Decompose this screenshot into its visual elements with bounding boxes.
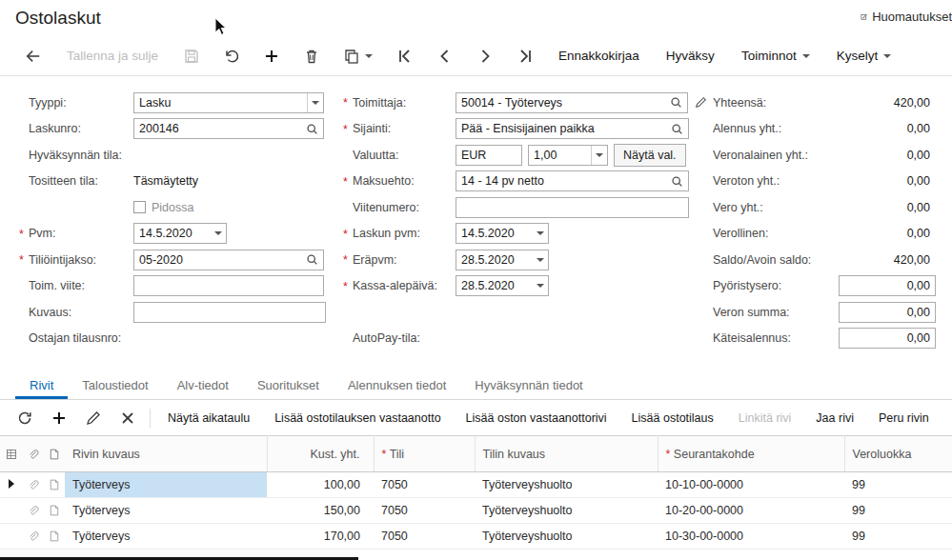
cell-account[interactable]: 7050 — [374, 524, 475, 550]
edit-row-button[interactable] — [76, 405, 111, 431]
cell-account[interactable]: 7050 — [374, 498, 475, 524]
row-note[interactable] — [44, 498, 65, 524]
search-icon[interactable] — [671, 175, 683, 188]
tab-rivit[interactable]: Rivit — [15, 373, 68, 399]
table-row[interactable]: Työterveys 100,00 7050 Työterveyshuolto … — [0, 472, 952, 498]
view-currency-button[interactable]: Näytä val. — [614, 144, 686, 167]
cash-discount-input[interactable]: 0,00 — [839, 328, 936, 349]
add-po-receipt-line-button[interactable]: Lisää oston vastaanottorivi — [454, 405, 619, 431]
reference-number-input[interactable] — [456, 197, 689, 218]
search-icon[interactable] — [306, 123, 318, 135]
chevron-down-icon[interactable] — [591, 146, 607, 165]
column-header-account-description[interactable]: Tilin kuvaus — [475, 436, 658, 472]
table-row[interactable]: Työterveys 150,00 7050 Työterveyshuolto … — [0, 498, 952, 524]
refresh-button[interactable] — [8, 405, 42, 431]
edit-vendor-icon[interactable] — [695, 96, 707, 109]
column-header-account[interactable]: Tili — [374, 436, 475, 472]
due-date-input[interactable]: 28.5.2020 — [456, 250, 549, 270]
cell-line-description[interactable]: Työterveys — [65, 498, 267, 524]
back-button[interactable] — [13, 42, 53, 70]
tab-hyvaksynnan-tiedot[interactable]: Hyväksynnän tiedot — [460, 373, 597, 399]
cancel-line-button[interactable]: Peru rivin — [866, 405, 942, 431]
tab-suoritukset[interactable]: Suoritukset — [243, 373, 334, 399]
currency-rate-select[interactable]: 1,00 — [528, 145, 608, 166]
notes-column-header[interactable] — [44, 436, 65, 472]
tab-alv-tiedot[interactable]: Alv-tiedot — [163, 373, 243, 399]
add-row-button[interactable] — [42, 405, 76, 431]
add-button[interactable] — [252, 42, 292, 70]
cash-discount-date-input[interactable]: 28.5.2020 — [456, 275, 549, 296]
nav-prev-button[interactable] — [425, 42, 465, 70]
save-button[interactable] — [172, 42, 212, 70]
notes-button[interactable]: Huomautukset — [861, 10, 952, 24]
row-selector[interactable] — [0, 524, 23, 550]
delete-row-button[interactable] — [111, 405, 145, 431]
tax-amount-input[interactable]: 0,00 — [839, 302, 936, 323]
cell-cost-total[interactable]: 170,00 — [267, 524, 374, 550]
prebook-button[interactable]: Ennakkokirjaa — [545, 42, 653, 70]
row-selector[interactable] — [0, 498, 23, 524]
link-line-button[interactable]: Linkitä rivi — [726, 405, 804, 431]
date-input[interactable]: 14.5.2020 — [133, 223, 227, 244]
currency-input[interactable]: EUR — [456, 145, 522, 166]
nav-first-button[interactable] — [385, 42, 425, 70]
vendor-ref-input[interactable] — [133, 275, 324, 296]
add-po-receipt-button[interactable]: Lisää ostotilauksen vastaanotto — [262, 405, 453, 431]
cell-tax-category[interactable]: 99 — [844, 498, 952, 524]
row-attachment[interactable] — [23, 472, 44, 498]
vendor-input[interactable]: 50014 - Työterveys — [456, 92, 688, 113]
row-attachment[interactable] — [23, 498, 44, 524]
invoice-date-input[interactable]: 14.5.2020 — [456, 223, 549, 244]
split-line-button[interactable]: Jaa rivi — [803, 405, 866, 431]
rounding-diff-input[interactable]: 0,00 — [839, 275, 936, 296]
cell-account-description[interactable]: Työterveyshuolto — [475, 472, 658, 498]
attachments-column-header[interactable] — [23, 436, 44, 472]
row-attachment[interactable] — [23, 524, 44, 550]
tab-taloustiedot[interactable]: Taloustiedot — [68, 373, 162, 399]
cell-account[interactable]: 7050 — [374, 472, 475, 498]
cell-subaccount[interactable]: 10-30-00-0000 — [658, 524, 844, 550]
cell-cost-total[interactable]: 100,00 — [267, 472, 374, 498]
copy-paste-button[interactable] — [332, 42, 385, 70]
cell-account-description[interactable]: Työterveyshuolto — [475, 524, 658, 550]
chevron-down-icon[interactable] — [307, 93, 323, 112]
delete-button[interactable] — [292, 42, 332, 70]
search-icon[interactable] — [670, 96, 682, 109]
cell-tax-category[interactable]: 99 — [844, 472, 952, 498]
row-selector[interactable] — [0, 472, 23, 498]
cell-line-description[interactable]: Työterveys — [65, 472, 267, 498]
save-and-close-button[interactable]: Tallenna ja sulje — [53, 42, 172, 70]
row-note[interactable] — [44, 524, 65, 550]
invoice-number-input[interactable]: 200146 — [133, 118, 324, 139]
column-header-line-description[interactable]: Rivin kuvaus — [65, 436, 267, 472]
search-icon[interactable] — [671, 123, 683, 135]
nav-last-button[interactable] — [505, 42, 545, 70]
column-header-subaccount[interactable]: Seurantakohde — [658, 436, 844, 472]
nav-next-button[interactable] — [465, 42, 505, 70]
column-header-tax-category[interactable]: Veroluokka — [844, 436, 952, 472]
cell-account-description[interactable]: Työterveyshuolto — [475, 498, 658, 524]
cell-tax-category[interactable]: 99 — [844, 524, 952, 550]
column-header-cost-total[interactable]: Kust. yht. — [267, 436, 374, 472]
undo-button[interactable] — [212, 42, 252, 70]
post-period-input[interactable]: 05-2020 — [133, 250, 324, 270]
chevron-down-icon[interactable] — [532, 224, 548, 243]
location-input[interactable]: Pää - Ensisijainen paikka — [456, 118, 689, 139]
chevron-down-icon[interactable] — [210, 224, 226, 243]
type-select[interactable]: Lasku — [133, 92, 324, 113]
cell-subaccount[interactable]: 10-20-00-0000 — [658, 498, 844, 524]
table-row[interactable]: Työterveys 170,00 7050 Työterveyshuolto … — [0, 524, 952, 550]
tab-alennuksen-tiedot[interactable]: Alennuksen tiedot — [334, 373, 460, 399]
inquiries-menu[interactable]: Kyselyt — [823, 42, 905, 70]
cell-subaccount[interactable]: 10-10-00-0000 — [658, 472, 844, 498]
add-po-button[interactable]: Lisää ostotilaus — [619, 405, 726, 431]
view-schedule-button[interactable]: Näytä aikataulu — [155, 405, 262, 431]
chevron-down-icon[interactable] — [532, 276, 548, 295]
approve-button[interactable]: Hyväksy — [653, 42, 728, 70]
actions-menu[interactable]: Toiminnot — [728, 42, 823, 70]
search-icon[interactable] — [306, 253, 318, 266]
cell-cost-total[interactable]: 150,00 — [267, 498, 374, 524]
grid-settings-header[interactable] — [0, 436, 23, 472]
row-note[interactable] — [44, 472, 65, 498]
on-hold-checkbox[interactable] — [133, 201, 146, 213]
